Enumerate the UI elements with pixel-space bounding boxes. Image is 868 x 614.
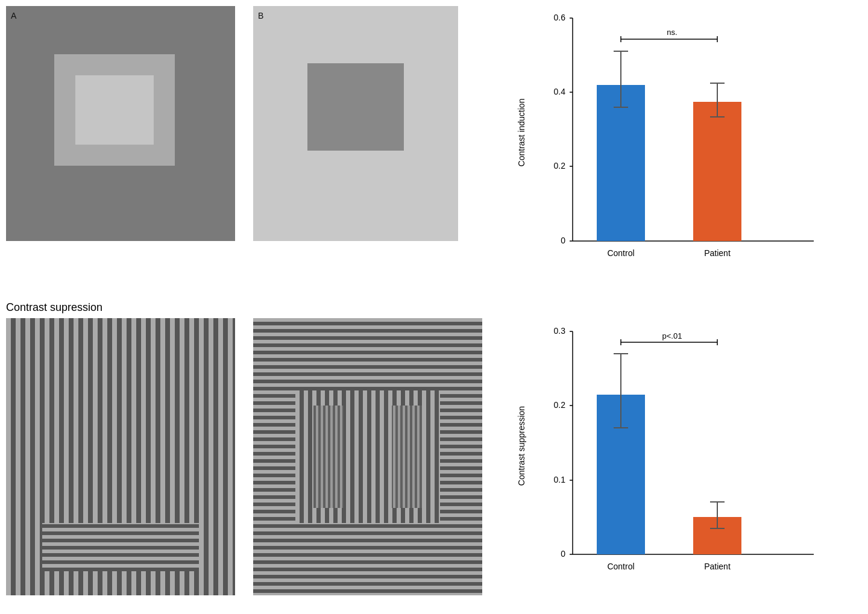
svg-rect-2 <box>307 63 404 151</box>
panel-a: A <box>6 6 235 241</box>
svg-text:0.1: 0.1 <box>554 475 566 484</box>
svg-text:0: 0 <box>561 549 565 559</box>
panel-b: B <box>253 6 458 241</box>
svg-text:Patient: Patient <box>704 562 731 571</box>
svg-text:p<.01: p<.01 <box>662 331 682 340</box>
svg-text:0.2: 0.2 <box>554 161 566 171</box>
chart-bottom: 0 0.1 0.2 0.3 Contrast suppression Contr… <box>512 313 850 591</box>
svg-text:Contrast induction: Contrast induction <box>517 99 526 167</box>
svg-text:0.6: 0.6 <box>554 13 566 22</box>
svg-text:Control: Control <box>607 248 634 258</box>
svg-text:ns.: ns. <box>667 28 677 37</box>
section2-title: Contrast supression <box>6 301 102 314</box>
chart-top-svg: 0 0.2 0.4 0.6 Contrast induction Control… <box>512 0 850 277</box>
svg-text:0.2: 0.2 <box>554 400 566 410</box>
svg-rect-8 <box>42 523 199 571</box>
svg-text:Contrast suppression: Contrast suppression <box>517 406 526 486</box>
svg-rect-1 <box>75 75 154 145</box>
chart-bottom-svg: 0 0.1 0.2 0.3 Contrast suppression Contr… <box>512 313 850 591</box>
panel-c: C <box>6 318 235 595</box>
svg-rect-18 <box>392 406 422 508</box>
svg-rect-17 <box>313 406 344 508</box>
svg-text:0.4: 0.4 <box>554 87 566 96</box>
svg-text:Control: Control <box>607 562 634 571</box>
svg-text:Patient: Patient <box>704 248 731 258</box>
chart-top: 0 0.2 0.4 0.6 Contrast induction Control… <box>512 0 850 277</box>
panel-d: D <box>253 318 482 595</box>
bar-patient-top <box>693 102 741 241</box>
svg-text:0.3: 0.3 <box>554 326 566 336</box>
svg-text:0: 0 <box>561 236 565 245</box>
bar-control-top <box>597 85 645 241</box>
